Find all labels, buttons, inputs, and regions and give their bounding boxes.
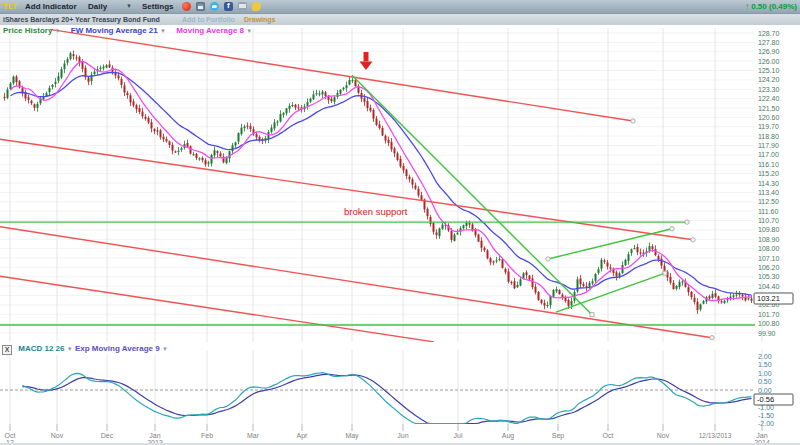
svg-text:Oct: Oct (5, 432, 16, 439)
chevron-down-icon[interactable]: ▼ (246, 28, 252, 34)
add-to-portfolio-link[interactable]: Add to Portfolio (182, 16, 235, 23)
trendline[interactable] (0, 139, 693, 240)
svg-text:104.40: 104.40 (758, 283, 780, 290)
svg-text:103.21: 103.21 (757, 294, 780, 303)
chart-icon[interactable] (196, 2, 205, 11)
annotation-text[interactable]: broken support (344, 206, 408, 217)
svg-text:0.00: 0.00 (758, 387, 772, 394)
svg-text:108.00: 108.00 (758, 245, 780, 252)
chevron-down-icon[interactable]: ▼ (160, 28, 166, 34)
top-toolbar: TLT Add Indicator Daily ▼ Settings ↑ 0.5… (0, 0, 800, 14)
svg-text:Nov: Nov (657, 432, 670, 439)
chart-application: broken support128.70127.80126.90126.0012… (0, 0, 800, 445)
svg-text:Mar: Mar (247, 432, 260, 439)
indicator-ma21[interactable]: FW Moving Average 21 (71, 26, 158, 35)
timeframe-selector[interactable]: Daily (88, 2, 107, 11)
email-icon[interactable] (238, 2, 247, 11)
macd-axis: 2.001.501.000.500.00-1.00-1.50-2.00 (758, 353, 774, 427)
drawing-handle[interactable] (663, 271, 667, 275)
svg-text:Jun: Jun (397, 432, 408, 439)
svg-text:111.60: 111.60 (758, 208, 778, 215)
svg-text:110.70: 110.70 (758, 217, 779, 224)
indicator-price-history[interactable]: Price History (3, 26, 52, 35)
twitter-icon[interactable] (210, 2, 219, 11)
svg-text:Apr: Apr (297, 432, 309, 440)
svg-text:Aug: Aug (502, 432, 515, 440)
svg-text:106.20: 106.20 (758, 264, 780, 271)
svg-text:122.40: 122.40 (758, 95, 780, 102)
price-indicator-row: Price History ▼ FW Moving Average 21 ▼ M… (3, 26, 252, 35)
indicator-ma8[interactable]: Moving Average 8 (176, 26, 244, 35)
price-axis: 128.70127.80126.90126.00125.10124.20123.… (758, 30, 780, 337)
svg-text:128.70: 128.70 (758, 30, 780, 37)
svg-text:114.30: 114.30 (758, 180, 779, 187)
symbol-bar: iShares Barclays 20+ Year Treasury Bond … (0, 14, 800, 25)
svg-text:105.30: 105.30 (758, 273, 780, 280)
indicator-macd[interactable]: MACD 12 26 (18, 344, 64, 353)
ma8-line[interactable] (11, 61, 752, 300)
drawing-handle[interactable] (670, 227, 674, 231)
svg-text:126.90: 126.90 (758, 48, 780, 55)
drawing-handle[interactable] (546, 257, 550, 261)
svg-text:108.90: 108.90 (758, 236, 780, 243)
chevron-down-icon[interactable]: ▼ (126, 3, 132, 9)
price-grid (0, 28, 762, 424)
svg-text:Jul: Jul (454, 432, 463, 439)
svg-text:117.00: 117.00 (758, 151, 779, 158)
svg-text:-0.56: -0.56 (757, 395, 774, 404)
drawing-handle[interactable] (631, 119, 635, 123)
candlestick-series (4, 51, 753, 314)
close-icon[interactable]: X (2, 345, 12, 355)
drawing-handle[interactable] (691, 238, 695, 242)
svg-text:117.90: 117.90 (758, 142, 779, 149)
svg-text:12/13/2013: 12/13/2013 (699, 432, 732, 439)
time-axis: Oct12NovDecJan2013FebMarAprMayJunJulAugS… (5, 424, 770, 445)
trendline[interactable] (556, 273, 665, 312)
settings-button[interactable]: Settings (142, 2, 174, 11)
svg-text:124.20: 124.20 (758, 76, 780, 83)
svg-text:-1.50: -1.50 (758, 412, 774, 419)
svg-text:126.00: 126.00 (758, 58, 780, 65)
svg-text:119.70: 119.70 (758, 123, 779, 130)
svg-text:116.10: 116.10 (758, 161, 779, 168)
svg-text:113.40: 113.40 (758, 189, 779, 196)
macd-indicator-row: X MACD 12 26 ▼ Exp Moving Average 9 ▼ (2, 344, 168, 355)
svg-text:Sep: Sep (552, 432, 565, 440)
ma21-line[interactable] (11, 72, 752, 295)
svg-text:118.80: 118.80 (758, 133, 779, 140)
svg-text:0.50: 0.50 (758, 378, 772, 385)
svg-text:125.10: 125.10 (758, 67, 780, 74)
svg-text:107.10: 107.10 (758, 255, 780, 262)
record-icon[interactable] (182, 2, 191, 11)
symbol-ticker[interactable]: TLT (3, 2, 17, 11)
svg-text:-2.00: -2.00 (758, 420, 774, 427)
chevron-down-icon[interactable]: ▼ (162, 346, 168, 352)
svg-text:112.50: 112.50 (758, 198, 779, 205)
drawing-handle[interactable] (590, 313, 594, 317)
trendline[interactable] (548, 229, 672, 259)
chart-canvas[interactable]: broken support128.70127.80126.90126.0012… (0, 0, 800, 445)
svg-text:115.20: 115.20 (758, 170, 779, 177)
chevron-down-icon[interactable]: ▼ (55, 28, 61, 34)
macd-series (23, 373, 752, 424)
drawing-handle[interactable] (685, 220, 689, 224)
quote-change: ↑ 0.50 (0.49%) (745, 2, 797, 11)
svg-text:121.50: 121.50 (758, 105, 780, 112)
drawing-handle[interactable] (710, 336, 714, 340)
drawings-link[interactable]: Drawings (244, 16, 276, 23)
indicator-exp-ma9[interactable]: Exp Moving Average 9 (75, 344, 160, 353)
chevron-down-icon[interactable]: ▼ (67, 346, 73, 352)
svg-text:1.50: 1.50 (758, 361, 772, 368)
svg-text:2.00: 2.00 (758, 353, 772, 360)
svg-text:Nov: Nov (51, 432, 64, 439)
chat-icon[interactable] (252, 2, 261, 11)
svg-text:101.70: 101.70 (758, 311, 780, 318)
up-arrow-icon: ↑ (745, 2, 749, 11)
add-indicator-button[interactable]: Add Indicator (25, 2, 77, 11)
fund-name: iShares Barclays 20+ Year Treasury Bond … (3, 16, 160, 23)
svg-text:Jan: Jan (149, 432, 160, 439)
facebook-icon[interactable] (224, 2, 233, 11)
svg-text:120.60: 120.60 (758, 114, 780, 121)
svg-text:Jan: Jan (756, 432, 767, 439)
price-badge: 103.21 (754, 293, 793, 304)
